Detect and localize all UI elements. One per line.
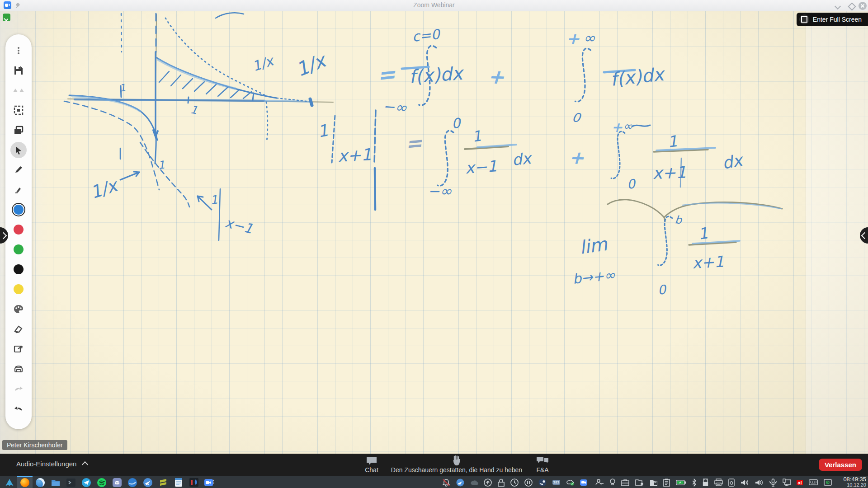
app-thunderbird[interactable] [33, 476, 48, 488]
qa-button[interactable]: F&A [524, 455, 561, 474]
color-swatch-yellow[interactable] [10, 281, 27, 297]
taskbar-clock[interactable]: 08:49:35 10.12.20 [843, 477, 866, 488]
color-swatch-blue[interactable] [10, 202, 27, 218]
l1-plus: + [487, 65, 505, 89]
color-swatch-red[interactable] [10, 221, 27, 238]
notifications-muted-icon[interactable] [442, 479, 450, 487]
app-file-manager[interactable] [48, 476, 63, 488]
l2-num2: 1 [667, 132, 679, 151]
app-arch-menu[interactable] [2, 476, 17, 488]
undo-button[interactable] [10, 400, 27, 417]
lim-den: x+1 [692, 252, 724, 272]
leave-button[interactable]: Verlassen [819, 459, 862, 471]
app-discord[interactable] [109, 476, 125, 488]
usb-icon[interactable] [703, 479, 708, 487]
green-swatch-icon [14, 244, 24, 254]
minimize-icon[interactable] [834, 2, 842, 10]
pen-tool-button[interactable] [10, 162, 27, 178]
annotation-canvas[interactable]: 1/x 1/x 1 1 1 1/x 1 x−1 = c=0 −∞ f(x)dx … [0, 11, 868, 454]
lightbulb-icon[interactable] [610, 479, 615, 487]
redo-button[interactable] [10, 380, 27, 397]
export-button[interactable] [10, 341, 27, 357]
clock-date: 10.12.20 [843, 482, 866, 488]
maximize-icon[interactable] [847, 2, 855, 10]
l2-plus: + [569, 147, 585, 168]
battery-icon[interactable] [676, 480, 686, 485]
briefcase-icon[interactable] [621, 479, 629, 486]
steam-icon[interactable] [538, 479, 547, 487]
audio-settings-label: Audio-Einstellungen [16, 460, 76, 468]
sketch-label-1x-bottom: 1/x [88, 175, 121, 203]
app-telegram[interactable] [79, 476, 94, 488]
audio-settings-button[interactable]: Audio-Einstellungen [16, 460, 87, 468]
spotlight-icon [13, 89, 18, 92]
display-connect-icon[interactable] [783, 479, 791, 486]
folder-lock-icon[interactable] [650, 479, 658, 486]
app-zoom[interactable] [202, 476, 217, 488]
l2-upper-1: 0 [451, 115, 462, 131]
red-swatch-icon [14, 225, 24, 235]
select-area-button[interactable] [10, 102, 27, 118]
cursor-tool-button[interactable] [10, 142, 27, 158]
color-swatch-black[interactable] [10, 261, 27, 277]
app-sublime[interactable] [156, 476, 171, 488]
cloud-sync-icon[interactable] [566, 479, 575, 486]
pause-icon[interactable] [524, 479, 533, 487]
close-icon[interactable] [859, 2, 867, 10]
bluetooth-icon[interactable] [692, 479, 697, 487]
volume-icon[interactable] [755, 479, 764, 486]
lock-icon[interactable] [498, 479, 505, 487]
microphone-icon[interactable] [769, 479, 777, 487]
clipboard-icon[interactable] [663, 479, 670, 487]
tick-1-bottom-right: 1 [209, 192, 218, 207]
app-document[interactable] [171, 476, 186, 488]
cloud-icon[interactable] [470, 479, 478, 486]
window-title: Zoom Webinar [0, 1, 868, 9]
color-palette-button[interactable] [10, 301, 27, 317]
color-swatch-green[interactable] [10, 241, 27, 258]
app-media-editor[interactable] [186, 476, 202, 488]
chat-button[interactable]: Chat [354, 455, 390, 474]
device-settings-icon[interactable] [728, 479, 735, 487]
app-spotify[interactable] [94, 476, 109, 488]
l1-integrand-2: f(x)dx [609, 63, 666, 90]
keyboard-icon[interactable] [809, 479, 818, 485]
badge-383[interactable]: 383 [552, 480, 560, 485]
save-button[interactable] [10, 62, 27, 79]
allow-raise-hand-button[interactable]: Den Zuschauern gestatten, die Hand zu he… [389, 455, 524, 474]
chevron-up-icon [82, 461, 88, 468]
pages-button[interactable] [10, 122, 27, 138]
l1-upper-2-plus: + [566, 29, 580, 48]
lim-lower: 0 [657, 282, 667, 298]
clock-time: 08:49:35 [843, 477, 866, 482]
printer-icon[interactable] [714, 479, 723, 486]
l2-upper-2-inf: ∞ [623, 119, 633, 133]
clear-drawings-button[interactable] [10, 361, 27, 377]
qa-label: F&A [536, 466, 548, 474]
highlighter-tool-button[interactable] [10, 182, 27, 198]
updates-icon[interactable] [484, 479, 492, 487]
volume-low-icon[interactable] [741, 479, 749, 486]
app-flight-tracker[interactable] [140, 476, 156, 488]
app-firefox[interactable] [17, 476, 33, 488]
l1-lower-1: −∞ [382, 98, 407, 117]
sketch-curves [64, 13, 307, 240]
enter-fullscreen-button[interactable]: Enter Full Screen [797, 13, 868, 26]
system-taskbar: 383 at 08:49:35 10.12.20 [0, 476, 868, 488]
l1-eq: = [376, 61, 397, 88]
more-options-button[interactable] [10, 42, 27, 59]
yellow-swatch-icon [14, 284, 24, 294]
eraser-tool-button[interactable] [10, 321, 27, 337]
clock-tray-icon[interactable] [510, 479, 519, 487]
folder-database-icon[interactable] [635, 479, 644, 486]
keyboard-layout-badge[interactable]: at [797, 480, 803, 485]
app-terminal[interactable] [63, 476, 79, 488]
l2-dx2: dx [721, 150, 745, 173]
system-tray: 383 at [442, 476, 832, 488]
spotlight-tool-button[interactable] [10, 82, 27, 99]
app-browser-orb[interactable] [125, 476, 140, 488]
zoom-tray-icon[interactable] [580, 479, 589, 486]
contact-remove-icon[interactable] [595, 479, 604, 486]
screen-record-icon[interactable] [824, 479, 832, 486]
flight-tracker-tray-icon[interactable] [456, 479, 464, 487]
